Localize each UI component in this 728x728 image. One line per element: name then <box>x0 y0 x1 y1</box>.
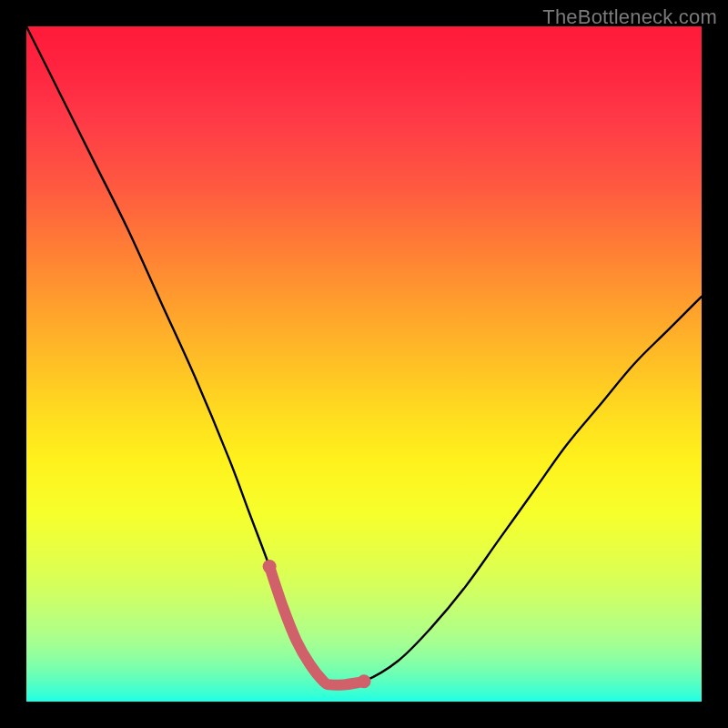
curve-layer <box>26 26 702 702</box>
watermark-text: TheBottleneck.com <box>542 5 717 29</box>
highlight-end-dot-right <box>358 674 371 688</box>
chart-frame: TheBottleneck.com <box>0 0 728 728</box>
bottleneck-curve <box>26 26 702 685</box>
plot-area <box>26 26 702 702</box>
highlight-end-dot-left <box>263 560 277 573</box>
highlight-minimum-region <box>269 567 364 685</box>
